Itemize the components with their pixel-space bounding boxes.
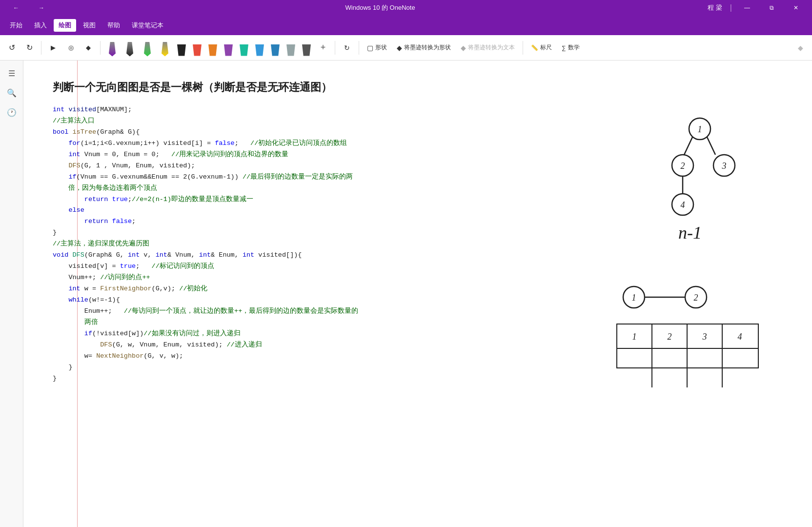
hl-dark[interactable] <box>300 40 313 56</box>
svg-text:n-1: n-1 <box>678 223 702 243</box>
lasso-tool[interactable]: ◎ <box>63 40 79 56</box>
svg-text:4: 4 <box>738 332 742 342</box>
shape-label: 形状 <box>375 43 387 52</box>
menu-insert[interactable]: 插入 <box>29 19 52 32</box>
menubar: 开始 插入 绘图 视图 帮助 课堂笔记本 <box>0 16 812 35</box>
menu-view[interactable]: 视图 <box>78 19 101 32</box>
math-label: 数学 <box>568 43 580 52</box>
undo-button[interactable]: ↺ <box>4 40 20 56</box>
window-controls: — ⧉ ✕ <box>736 0 807 16</box>
maximize-button[interactable]: ⧉ <box>760 0 783 16</box>
back-button[interactable]: ← <box>5 0 27 16</box>
svg-text:1: 1 <box>632 332 637 342</box>
ruler-button[interactable]: 📏 标尺 <box>527 41 556 54</box>
toolbar-sep-3 <box>335 41 335 55</box>
hl-teal[interactable] <box>238 40 250 56</box>
menu-start[interactable]: 开始 <box>5 19 27 32</box>
svg-text:1: 1 <box>632 293 636 303</box>
hl-red[interactable] <box>191 40 203 56</box>
menu-help[interactable]: 帮助 <box>102 19 125 32</box>
hl-purple[interactable] <box>222 40 235 56</box>
ruler-icon: 📏 <box>531 44 538 51</box>
svg-text:1: 1 <box>698 124 702 134</box>
menu-draw[interactable]: 绘图 <box>54 19 76 32</box>
math-icon: ∑ <box>562 44 566 51</box>
ruler-label: 标尺 <box>540 43 552 52</box>
select-tool[interactable]: ▶ <box>45 40 61 56</box>
convert-text-icon: ◆ <box>461 44 466 52</box>
svg-text:4: 4 <box>681 200 685 210</box>
add-pen-button[interactable]: + <box>315 40 331 56</box>
shape-button[interactable]: ▢ 形状 <box>363 41 391 54</box>
svg-line-8 <box>684 137 692 155</box>
svg-text:3: 3 <box>722 161 727 171</box>
page-title: 判断一个无向图图是否是一棵树（判断是否是无环连通图） <box>53 80 783 95</box>
content-area[interactable]: 判断一个无向图图是否是一棵树（判断是否是无环连通图） int visited[M… <box>23 61 812 527</box>
sidebar-history-icon[interactable]: 🕐 <box>3 103 20 121</box>
svg-text:3: 3 <box>702 332 707 342</box>
diagram-svg: 1 2 3 4 n-1 <box>607 109 773 451</box>
convert-shape-button[interactable]: ◆ 将墨迹转换为形状 <box>393 41 455 54</box>
sidebar-search-icon[interactable]: 🔍 <box>3 84 20 101</box>
convert-text-label: 将墨迹转换为文本 <box>468 43 515 52</box>
menu-classnote[interactable]: 课堂笔记本 <box>127 19 168 32</box>
main-area: ☰ 🔍 🕐 判断一个无向图图是否是一棵树（判断是否是无环连通图） int vis… <box>0 61 812 527</box>
pen-green[interactable] <box>141 39 154 57</box>
toolbar-sep-2 <box>100 41 101 55</box>
svg-line-9 <box>707 137 715 155</box>
close-button[interactable]: ✕ <box>785 0 807 16</box>
shape-icon: ▢ <box>367 44 373 52</box>
diamond-icon: ◆ <box>792 40 808 56</box>
svg-text:2: 2 <box>681 161 685 171</box>
sidebar: ☰ 🔍 🕐 <box>0 61 23 527</box>
pen-black[interactable] <box>123 39 137 57</box>
window-title: Windows 10 的 OneNote <box>53 3 708 12</box>
pen-purple[interactable] <box>105 39 119 57</box>
hl-orange[interactable] <box>206 40 219 56</box>
titlebar: ← → Windows 10 的 OneNote 程 梁 | — ⧉ ✕ <box>0 0 812 16</box>
convert-shape-label: 将墨迹转换为形状 <box>404 43 451 52</box>
content-wrapper: 判断一个无向图图是否是一棵树（判断是否是无环连通图） int visited[M… <box>53 80 783 384</box>
math-button[interactable]: ∑ 数学 <box>558 41 584 54</box>
eraser-tool[interactable]: ◆ <box>81 40 96 56</box>
hl-blue2[interactable] <box>253 40 266 56</box>
convert-text-button[interactable]: ◆ 将墨迹转换为文本 <box>457 41 519 54</box>
hl-gray[interactable] <box>284 40 297 56</box>
minimize-button[interactable]: — <box>736 0 758 16</box>
redo-button[interactable]: ↻ <box>21 40 37 56</box>
title-separator: | <box>730 3 732 12</box>
svg-text:2: 2 <box>668 332 672 342</box>
hl-blue3[interactable] <box>269 40 282 56</box>
convert-shape-icon: ◆ <box>397 44 402 52</box>
forward-button[interactable]: → <box>30 0 53 16</box>
sidebar-menu-icon[interactable]: ☰ <box>3 64 20 82</box>
toolbar-sep-5 <box>523 41 523 55</box>
toolbar-sep-1 <box>41 41 41 55</box>
pen-yellow[interactable] <box>158 39 172 57</box>
svg-text:2: 2 <box>694 293 698 303</box>
user-name: 程 梁 <box>708 3 722 12</box>
rotate-tool[interactable]: ↻ <box>339 40 355 56</box>
toolbar-sep-4 <box>359 41 359 55</box>
toolbar: ↺ ↻ ▶ ◎ ◆ + ↻ ▢ 形状 ◆ 将墨迹转换为形状 ◆ 将墨迹转换为文本… <box>0 35 812 61</box>
hl-black[interactable] <box>175 40 188 56</box>
